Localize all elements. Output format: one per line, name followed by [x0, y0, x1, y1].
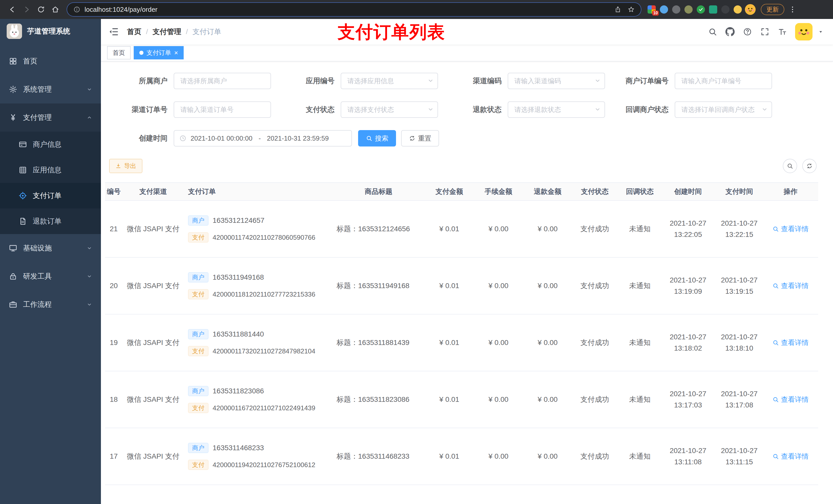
filter-channel-code: 渠道编码 [444, 73, 611, 89]
sidebar-item-label: 应用信息 [33, 165, 62, 175]
channel-order-no-input[interactable] [174, 101, 271, 118]
sidebar-item-infra[interactable]: 基础设施 [0, 234, 101, 262]
view-detail-link[interactable]: 查看详情 [772, 452, 809, 461]
view-detail-link[interactable]: 查看详情 [772, 338, 809, 347]
table-tools [783, 159, 817, 173]
extension-icon[interactable] [660, 5, 668, 14]
refresh-table-button[interactable] [802, 159, 817, 173]
date-start-value[interactable]: 2021-10-01 00:00:00 [191, 135, 252, 142]
search-icon [787, 163, 793, 169]
arrow-right-icon [23, 5, 31, 14]
view-detail-link[interactable]: 查看详情 [772, 395, 809, 404]
sidebar-item-label: 支付管理 [23, 113, 52, 122]
lock-icon [9, 272, 18, 281]
app-select[interactable] [341, 73, 438, 89]
browser-update-button[interactable]: 更新 [761, 4, 784, 15]
sidebar-item-merchant-info[interactable]: 商户信息 [0, 131, 101, 157]
notify-status-select[interactable] [675, 101, 772, 118]
show-search-button[interactable] [783, 159, 797, 173]
channel-code-select[interactable] [508, 73, 605, 89]
sidebar-item-app-info[interactable]: 应用信息 [0, 157, 101, 183]
breadcrumb-home[interactable]: 首页 [127, 27, 141, 37]
filter-label: 退款状态 [444, 105, 502, 115]
search-icon[interactable] [708, 27, 717, 37]
reset-button[interactable]: 重置 [401, 130, 439, 146]
fullscreen-icon[interactable] [760, 27, 769, 37]
extension-icon[interactable] [721, 5, 730, 14]
sidebar-item-devtools[interactable]: 研发工具 [0, 262, 101, 290]
orders-table: 编号 支付渠道 支付订单 商品标题 支付金额 手续金额 退款金额 支付状态 回调… [105, 182, 818, 504]
refund-status-select[interactable] [508, 101, 605, 118]
monitor-icon [9, 244, 18, 253]
url-text[interactable]: localhost:1024/pay/order [85, 6, 610, 14]
sidebar-toggle-icon[interactable] [108, 26, 119, 38]
table-row: 19 微信 JSAPI 支付 商户1635311881440 支付4200001… [105, 314, 818, 371]
app-title: 芋道管理系统 [27, 26, 70, 36]
table-row: 18 微信 JSAPI 支付 商户1635311823086 支付4200001… [105, 371, 818, 428]
tab-home[interactable]: 首页 [107, 46, 130, 59]
view-detail-link[interactable]: 查看详情 [772, 281, 809, 290]
chevron-down-icon [87, 87, 92, 92]
browser-back-button[interactable] [5, 2, 20, 17]
extension-icon[interactable] [697, 5, 705, 14]
extension-icon[interactable] [734, 5, 742, 14]
extension-icon[interactable] [685, 5, 693, 14]
chevron-down-icon [87, 273, 92, 279]
logo-avatar [7, 24, 22, 39]
filter-label: 应用编号 [277, 76, 335, 86]
gear-icon [9, 85, 18, 94]
filter-label: 创建时间 [110, 134, 168, 143]
table-row: 20 微信 JSAPI 支付 商户1635311949168 支付4200001… [105, 258, 818, 314]
extension-icon[interactable] [672, 5, 680, 14]
sidebar-item-system[interactable]: 系统管理 [0, 75, 101, 103]
extension-icon[interactable] [709, 5, 717, 14]
browser-profile-avatar[interactable] [745, 4, 756, 15]
browser-reload-button[interactable] [34, 2, 48, 17]
browser-home-button[interactable] [48, 2, 63, 17]
search-icon [366, 135, 373, 142]
sidebar-item-payment[interactable]: 支付管理 [0, 103, 101, 131]
caret-down-icon[interactable] [818, 29, 824, 35]
user-avatar[interactable] [795, 23, 812, 41]
notify-status: 未通知 [617, 371, 662, 428]
dashboard-icon [9, 57, 18, 66]
pay-tag: 支付 [188, 346, 209, 356]
date-range-picker[interactable]: 2021-10-01 00:00:00 - 2021-10-31 23:59:5… [174, 130, 352, 146]
export-button[interactable]: 导出 [109, 159, 142, 173]
pay-status: 支付成功 [572, 428, 617, 484]
date-end-value[interactable]: 2021-10-31 23:59:59 [267, 135, 329, 142]
address-bar[interactable]: localhost:1024/pay/order [67, 2, 641, 17]
extensions-cluster: 10 [647, 5, 742, 14]
table-row: 商户1635311151726 [105, 485, 818, 504]
app-logo[interactable]: 芋道管理系统 [0, 19, 101, 44]
sidebar-item-home[interactable]: 首页 [0, 47, 101, 75]
browser-forward-button[interactable] [20, 2, 34, 17]
sidebar-item-refund-order[interactable]: 退款订单 [0, 209, 101, 234]
filter-channel-order-no: 渠道订单号 [110, 101, 277, 118]
filter-notify-status: 回调商户状态 [611, 101, 778, 118]
reload-icon [37, 5, 45, 14]
search-icon [772, 283, 779, 289]
tab-pay-order[interactable]: 支付订单 × [134, 46, 184, 59]
search-button[interactable]: 搜索 [358, 130, 396, 146]
filter-pay-status: 支付状态 [277, 101, 444, 118]
sidebar: 芋道管理系统 首页 系统管理 支付管理 商户信息 [0, 19, 101, 504]
sidebar-item-workflow[interactable]: 工作流程 [0, 290, 101, 318]
site-info-icon[interactable] [73, 6, 80, 13]
browser-menu-button[interactable] [787, 3, 798, 16]
breadcrumb-payment[interactable]: 支付管理 [153, 27, 181, 37]
bookmark-star-icon[interactable] [627, 6, 635, 13]
view-detail-link[interactable]: 查看详情 [772, 224, 809, 234]
sidebar-item-pay-order[interactable]: 支付订单 [0, 183, 101, 209]
github-icon[interactable] [725, 27, 735, 37]
merchant-select[interactable] [174, 73, 271, 89]
share-icon[interactable] [614, 6, 621, 13]
font-size-icon[interactable] [778, 27, 787, 37]
merchant-tag: 商户 [188, 443, 209, 453]
extension-icon[interactable]: 10 [647, 5, 656, 14]
notify-status: 未通知 [617, 258, 662, 314]
help-icon[interactable] [743, 27, 752, 37]
tab-close-icon[interactable]: × [174, 49, 178, 56]
pay-status-select[interactable] [341, 101, 438, 118]
merchant-order-no-input[interactable] [675, 73, 772, 89]
